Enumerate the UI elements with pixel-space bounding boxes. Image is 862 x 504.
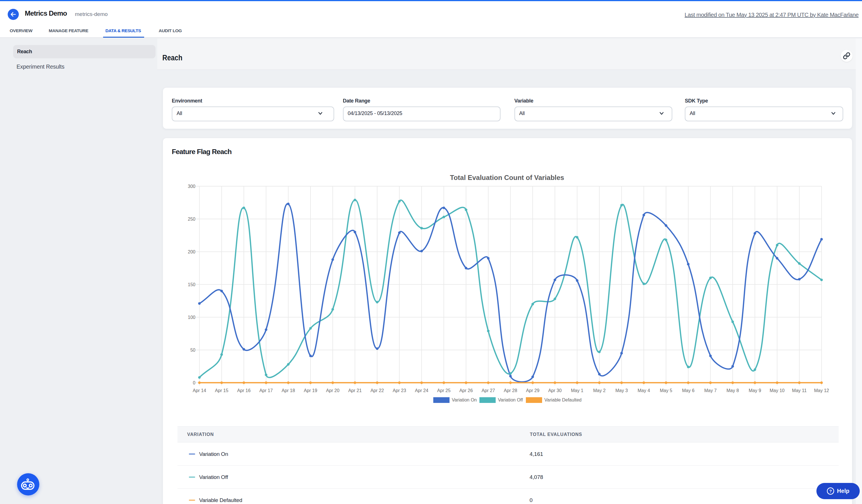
svg-text:Apr 15: Apr 15	[215, 388, 228, 393]
svg-text:150: 150	[188, 282, 195, 287]
svg-text:0: 0	[193, 381, 195, 385]
svg-text:Apr 24: Apr 24	[415, 388, 428, 393]
svg-text:Apr 28: Apr 28	[504, 388, 517, 393]
svg-text:May 2: May 2	[593, 388, 605, 393]
svg-text:Apr 26: Apr 26	[459, 388, 473, 393]
svg-text:Apr 22: Apr 22	[370, 388, 384, 393]
svg-text:Apr 19: Apr 19	[304, 388, 317, 393]
svg-text:200: 200	[188, 250, 195, 254]
svg-text:May 9: May 9	[749, 388, 761, 393]
svg-text:Apr 17: Apr 17	[259, 388, 273, 393]
svg-text:Apr 18: Apr 18	[282, 388, 295, 393]
svg-text:50: 50	[190, 348, 195, 353]
svg-text:250: 250	[188, 217, 195, 222]
svg-text:May 8: May 8	[727, 388, 739, 393]
svg-text:May 4: May 4	[638, 388, 650, 393]
svg-text:May 1: May 1	[571, 388, 584, 393]
svg-text:May 7: May 7	[704, 388, 717, 393]
svg-text:100: 100	[188, 315, 195, 320]
svg-text:?: ?	[829, 489, 832, 493]
svg-text:Apr 21: Apr 21	[348, 388, 362, 393]
svg-text:May 6: May 6	[682, 388, 694, 393]
svg-text:Apr 25: Apr 25	[437, 388, 450, 393]
svg-text:Apr 16: Apr 16	[237, 388, 250, 393]
svg-text:May 12: May 12	[814, 388, 829, 393]
svg-text:Apr 14: Apr 14	[193, 388, 206, 393]
svg-text:Apr 30: Apr 30	[548, 388, 561, 393]
svg-text:May 5: May 5	[660, 388, 672, 393]
svg-text:May 10: May 10	[770, 388, 785, 393]
svg-text:Apr 27: Apr 27	[481, 388, 495, 393]
svg-text:300: 300	[188, 184, 195, 189]
svg-text:May 3: May 3	[615, 388, 628, 393]
svg-text:Apr 29: Apr 29	[526, 388, 539, 393]
svg-text:Apr 20: Apr 20	[326, 388, 339, 393]
svg-text:Apr 23: Apr 23	[393, 388, 406, 393]
svg-text:May 11: May 11	[792, 388, 807, 393]
